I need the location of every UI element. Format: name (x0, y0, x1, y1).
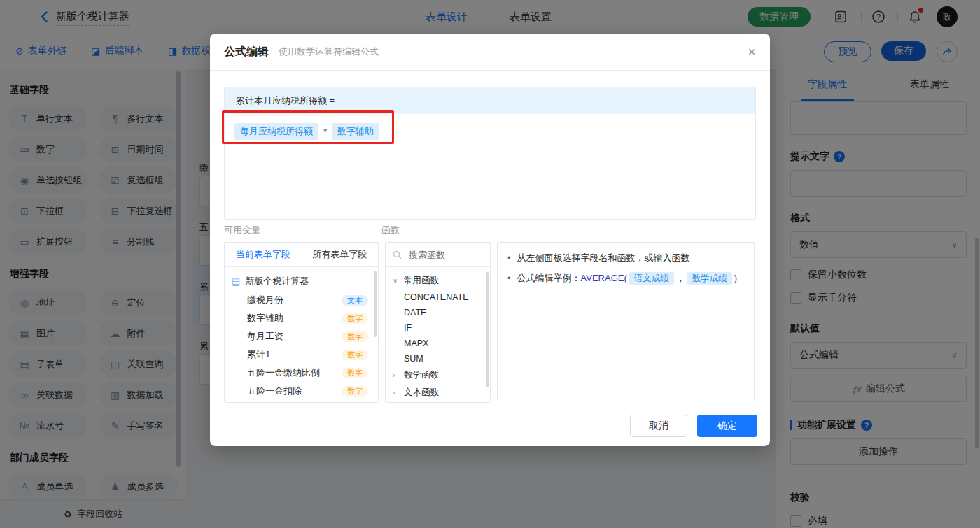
tip-example-paren: ) (734, 273, 737, 283)
close-icon[interactable]: × (748, 45, 756, 59)
functions-scrollbar[interactable] (486, 272, 489, 387)
tree-root-label: 新版个税计算器 (245, 275, 309, 287)
formula-edit-modal: 公式编辑 使用数学运算符编辑公式 × 累计本月应纳税所得额 = 每月应纳税所得额… (210, 34, 770, 446)
type-badge-number: 数字 (342, 331, 368, 342)
variable-name: 累计1 (247, 348, 270, 361)
variable-name: 缴税月份 (247, 294, 284, 306)
variable-item[interactable]: 每月工资数字 (225, 327, 378, 345)
tip-example-function: AVERAGE( (581, 273, 627, 283)
app-root: 新版个税计算器 表单设计 表单设置 数据管理 ? 政 ⊘ 表单外链 ◪ 后端脚本… (0, 0, 980, 528)
function-group-text[interactable]: › 文本函数 (386, 384, 490, 401)
variable-item[interactable]: 累计1数字 (225, 345, 378, 364)
variables-scrollbar[interactable] (374, 271, 377, 337)
variable-name: 每月工资 (247, 330, 284, 343)
formula-editor: 累计本月应纳税所得额 = 每月应纳税所得额 * 数字辅助 (224, 87, 756, 220)
tip-example: 公式编辑举例：AVERAGE(语文成绩，数学成绩) (517, 271, 738, 285)
modal-title: 公式编辑 (224, 45, 269, 59)
functions-label: 函数 (382, 224, 400, 236)
variable-item[interactable]: 缴税月份文本 (225, 291, 378, 309)
modal-header: 公式编辑 使用数学运算符编辑公式 × (210, 34, 770, 71)
variable-name: 五险一金扣除 (247, 385, 302, 397)
cancel-button[interactable]: 取消 (630, 415, 687, 437)
function-search-input[interactable] (407, 249, 480, 261)
tree-root-form[interactable]: ▤ 新版个税计算器 (225, 271, 378, 291)
modal-subtitle: 使用数学运算符编辑公式 (279, 45, 379, 58)
variables-tree: ▤ 新版个税计算器 缴税月份文本 数字辅助数字 每月工资数字 累计1数字 五险一… (225, 267, 378, 400)
search-icon (393, 250, 402, 259)
tab-current-form-fields[interactable]: 当前表单字段 (225, 243, 302, 266)
type-badge-text: 文本 (342, 295, 368, 306)
variables-tabs: 当前表单字段 所有表单字段 (225, 243, 378, 267)
tab-all-form-fields[interactable]: 所有表单字段 (302, 243, 379, 266)
type-badge-number: 数字 (342, 368, 368, 378)
function-group-label: 数学函数 (404, 369, 439, 381)
function-item[interactable]: SUM (386, 351, 490, 366)
bullet: • (507, 251, 511, 265)
tip-text: 从左侧面板选择字段名和函数，或输入函数 (517, 251, 690, 265)
confirm-button[interactable]: 确定 (697, 415, 757, 437)
tips-panel: • 从左侧面板选择字段名和函数，或输入函数 • 公式编辑举例：AVERAGE(语… (497, 242, 755, 401)
function-group-common[interactable]: ∨ 常用函数 (386, 272, 490, 290)
variables-panel: 当前表单字段 所有表单字段 ▤ 新版个税计算器 缴税月份文本 数字辅助数字 每月… (224, 242, 379, 403)
tip-line-1: • 从左侧面板选择字段名和函数，或输入函数 (507, 251, 744, 265)
chevron-right-icon: › (393, 371, 399, 379)
function-item[interactable]: MAPX (386, 336, 490, 351)
functions-panel: ∨ 常用函数 CONCATENATE DATE IF MAPX SUM › 数学… (385, 242, 491, 403)
type-badge-number: 数字 (342, 386, 368, 397)
variable-item[interactable]: 数字辅助数字 (225, 309, 378, 327)
variable-item[interactable]: 五险一金缴纳比例数字 (225, 364, 378, 382)
available-variables-label: 可用变量 (224, 224, 260, 236)
function-group-label: 文本函数 (404, 387, 439, 399)
tip-example-prefix: 公式编辑举例： (517, 273, 581, 283)
type-badge-number: 数字 (342, 350, 368, 360)
function-item[interactable]: CONCATENATE (386, 290, 490, 305)
variable-name: 数字辅助 (247, 312, 284, 324)
variable-item[interactable]: 五险一金扣除数字 (225, 382, 378, 400)
function-item[interactable]: DATE (386, 305, 490, 320)
functions-tree: ∨ 常用函数 CONCATENATE DATE IF MAPX SUM › 数学… (386, 267, 490, 401)
bullet: • (507, 271, 511, 285)
variable-name: 五险一金缴纳比例 (247, 366, 320, 379)
function-item[interactable]: IF (386, 320, 490, 336)
chevron-right-icon: › (393, 389, 399, 397)
function-group-label: 常用函数 (404, 275, 439, 287)
function-group-math[interactable]: › 数学函数 (386, 366, 490, 384)
annotation-highlight-box (222, 110, 394, 144)
tip-line-2: • 公式编辑举例：AVERAGE(语文成绩，数学成绩) (507, 271, 744, 285)
chevron-down-icon: ∨ (393, 277, 399, 285)
type-badge-number: 数字 (342, 313, 368, 324)
tip-example-chip: 数学成绩 (687, 272, 732, 285)
form-doc-icon: ▤ (232, 276, 240, 287)
tip-example-chip: 语文成绩 (629, 272, 674, 285)
tip-example-comma: ， (676, 273, 685, 283)
function-search[interactable] (386, 243, 490, 267)
